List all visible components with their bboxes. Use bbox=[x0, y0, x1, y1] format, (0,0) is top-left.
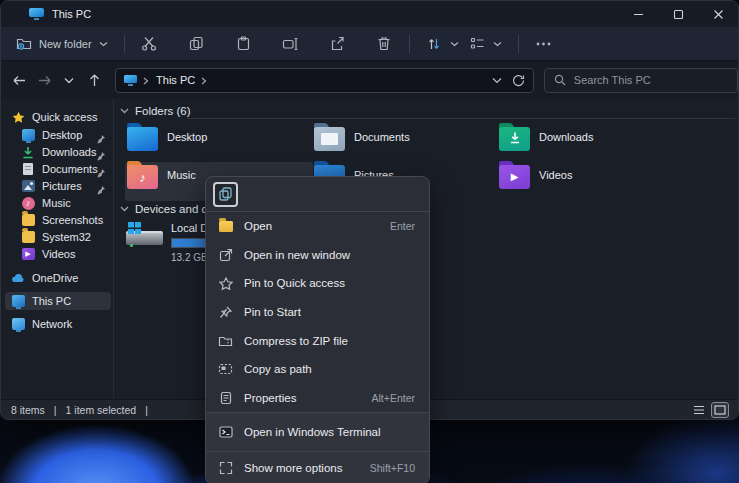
documents-folder-icon bbox=[314, 127, 345, 151]
breadcrumb-chevron-icon[interactable] bbox=[201, 71, 207, 89]
star-icon bbox=[218, 276, 233, 291]
new-folder-icon bbox=[15, 35, 32, 52]
sidebar-item-documents[interactable]: Documents bbox=[5, 160, 111, 178]
videos-folder-icon: ▶ bbox=[499, 165, 530, 189]
maximize-button[interactable] bbox=[658, 1, 698, 27]
folder-icon bbox=[21, 231, 35, 244]
up-button[interactable] bbox=[83, 69, 105, 91]
sidebar-item-this-pc[interactable]: This PC bbox=[5, 292, 111, 310]
menu-item-show-more-options[interactable]: Show more options Shift+F10 bbox=[206, 452, 429, 483]
sidebar-item-system32[interactable]: System32 bbox=[5, 228, 111, 246]
desktop-wallpaper: This PC New folder bbox=[0, 0, 739, 483]
this-pc-icon bbox=[29, 8, 44, 20]
recent-locations-chevron[interactable] bbox=[59, 69, 81, 91]
view-button[interactable] bbox=[469, 35, 502, 52]
show-more-icon bbox=[218, 461, 233, 476]
view-icon bbox=[469, 35, 486, 52]
address-dropdown-chevron[interactable] bbox=[492, 77, 502, 84]
delete-icon[interactable] bbox=[376, 35, 393, 52]
items-count: 8 items bbox=[11, 404, 45, 416]
sidebar-item-quick-access[interactable]: Quick access bbox=[5, 108, 111, 126]
videos-icon: ▶ bbox=[21, 248, 35, 261]
sidebar-item-downloads[interactable]: Downloads bbox=[5, 143, 111, 161]
sort-button[interactable] bbox=[426, 35, 459, 52]
folder-tile-videos[interactable]: ▶ Videos bbox=[499, 163, 679, 201]
copy-path-icon bbox=[218, 362, 233, 377]
new-folder-button[interactable]: New folder bbox=[15, 35, 108, 52]
documents-icon bbox=[21, 163, 35, 176]
desktop-folder-icon bbox=[127, 127, 158, 151]
local-disk-icon bbox=[126, 222, 163, 250]
search-box[interactable] bbox=[544, 68, 738, 93]
toolbar-separator bbox=[124, 35, 125, 53]
minimize-button[interactable] bbox=[618, 1, 658, 27]
menu-item-properties[interactable]: Properties Alt+Enter bbox=[206, 384, 429, 413]
folder-tile-desktop[interactable]: Desktop bbox=[127, 125, 307, 163]
sort-icon bbox=[426, 35, 443, 52]
zip-folder-icon bbox=[218, 333, 233, 348]
menu-item-open[interactable]: Open Enter bbox=[206, 212, 429, 241]
breadcrumb[interactable]: This PC bbox=[156, 74, 195, 86]
desktop-icon bbox=[21, 129, 35, 142]
sidebar-item-pictures[interactable]: Pictures bbox=[5, 177, 111, 195]
address-bar[interactable]: This PC bbox=[115, 68, 534, 93]
cut-icon[interactable] bbox=[141, 35, 158, 52]
search-input[interactable] bbox=[574, 74, 728, 86]
downloads-icon bbox=[21, 146, 35, 159]
paste-icon[interactable] bbox=[235, 35, 252, 52]
rename-icon[interactable] bbox=[282, 35, 299, 52]
folder-tile-downloads[interactable]: Downloads bbox=[499, 125, 679, 163]
this-pc-icon bbox=[11, 295, 25, 308]
details-view-button[interactable] bbox=[691, 403, 707, 417]
music-icon: ♪ bbox=[21, 197, 35, 210]
properties-icon bbox=[218, 390, 233, 405]
copy-quick-action[interactable] bbox=[213, 182, 238, 207]
open-folder-icon bbox=[218, 219, 233, 234]
pin-icon bbox=[96, 181, 106, 191]
music-folder-icon: ♪ bbox=[127, 165, 158, 189]
chevron-down-icon bbox=[450, 41, 459, 47]
selected-count: 1 item selected bbox=[66, 404, 137, 416]
pictures-icon bbox=[21, 180, 35, 193]
sidebar-item-music[interactable]: ♪ Music bbox=[5, 194, 111, 212]
menu-item-copy-as-path[interactable]: Copy as path bbox=[206, 355, 429, 384]
menu-item-open-new-window[interactable]: Open in new window bbox=[206, 241, 429, 270]
breadcrumb-chevron-icon bbox=[143, 71, 149, 89]
menu-item-pin-quick-access[interactable]: Pin to Quick access bbox=[206, 269, 429, 298]
sidebar-item-screenshots[interactable]: Screenshots bbox=[5, 211, 111, 229]
menu-item-open-windows-terminal[interactable]: Open in Windows Terminal bbox=[206, 413, 429, 451]
context-menu: Open Enter Open in new window Pin to Qui… bbox=[205, 176, 430, 483]
folders-group-header[interactable]: Folders (6) bbox=[120, 105, 191, 117]
folder-icon bbox=[21, 214, 35, 227]
back-button[interactable] bbox=[9, 69, 31, 91]
terminal-icon bbox=[218, 425, 233, 440]
sidebar-item-network[interactable]: Network bbox=[5, 315, 111, 333]
onedrive-cloud-icon bbox=[11, 272, 25, 285]
titlebar[interactable]: This PC bbox=[1, 1, 738, 27]
sidebar-item-onedrive[interactable]: OneDrive bbox=[5, 269, 111, 287]
search-icon bbox=[554, 74, 566, 86]
close-button[interactable] bbox=[698, 1, 738, 27]
status-separator: | bbox=[54, 404, 57, 416]
pin-icon bbox=[218, 305, 233, 320]
toolbar-separator bbox=[409, 35, 410, 53]
navigation-pane: Quick access Desktop Downloads Documents bbox=[1, 99, 114, 399]
collapse-chevron-icon bbox=[120, 108, 129, 114]
group-divider bbox=[187, 118, 735, 119]
sidebar-item-videos[interactable]: ▶ Videos bbox=[5, 245, 111, 263]
sidebar-item-desktop[interactable]: Desktop bbox=[5, 126, 111, 144]
pin-icon bbox=[96, 130, 106, 140]
quick-access-star-icon bbox=[11, 111, 25, 124]
menu-item-pin-start[interactable]: Pin to Start bbox=[206, 298, 429, 327]
pin-icon bbox=[96, 147, 106, 157]
menu-item-compress-zip[interactable]: Compress to ZIP file bbox=[206, 326, 429, 355]
share-icon[interactable] bbox=[329, 35, 346, 52]
copy-icon[interactable] bbox=[188, 35, 205, 52]
network-icon bbox=[11, 318, 25, 331]
large-icons-view-button[interactable] bbox=[712, 403, 728, 417]
folder-tile-documents[interactable]: Documents bbox=[314, 125, 494, 163]
status-separator: | bbox=[145, 404, 148, 416]
forward-button[interactable] bbox=[34, 69, 56, 91]
refresh-icon[interactable] bbox=[512, 74, 525, 87]
more-options-icon[interactable] bbox=[535, 35, 552, 52]
